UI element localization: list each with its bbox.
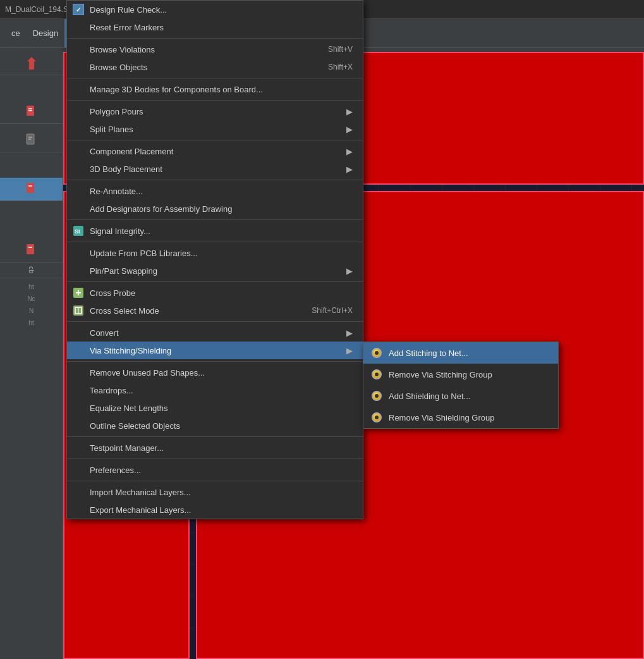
menu-drc-label: Design Rule Check... bbox=[90, 5, 167, 15]
3d-body-placement-arrow: ▶ bbox=[346, 164, 353, 174]
menu-export-mech[interactable]: Export Mechanical Layers... bbox=[67, 501, 363, 519]
via-stitching-arrow: ▶ bbox=[346, 346, 353, 355]
submenu-add-shielding[interactable]: Add Shielding to Net... bbox=[363, 385, 558, 407]
sep5 bbox=[67, 180, 363, 180]
cross-select-shortcut: Shift+Ctrl+X bbox=[312, 306, 353, 315]
submenu-remove-shielding[interactable]: Remove Via Shielding Group bbox=[363, 407, 558, 428]
sidebar-label-ht2: ht bbox=[0, 317, 63, 329]
menu-polygon-pours-label: Polygon Pours bbox=[90, 107, 143, 116]
add-shielding-icon bbox=[370, 389, 384, 403]
sidebar-active-doc-icon[interactable] bbox=[0, 178, 63, 201]
sidebar-spacer bbox=[0, 75, 63, 101]
menu-preferences-label: Preferences... bbox=[90, 465, 141, 475]
sep11 bbox=[67, 436, 363, 437]
menu-pin-part-swap[interactable]: Pin/Part Swapping ▶ bbox=[67, 262, 363, 280]
submenu-remove-stitching[interactable]: Remove Via Stitching Group bbox=[363, 364, 558, 385]
menu-teardrops[interactable]: Teardrops... bbox=[67, 381, 363, 399]
convert-arrow: ▶ bbox=[346, 328, 353, 338]
menu-export-mech-label: Export Mechanical Layers... bbox=[90, 505, 191, 515]
menu-manage-3d[interactable]: Manage 3D Bodies for Components on Board… bbox=[67, 80, 363, 98]
menu-split-planes[interactable]: Split Planes ▶ bbox=[67, 120, 363, 138]
menu-testpoint-label: Testpoint Manager... bbox=[90, 443, 164, 453]
submenu-add-stitching-label: Add Stitching to Net... bbox=[389, 348, 468, 358]
menu-re-annotate[interactable]: Re-Annotate... bbox=[67, 182, 363, 200]
menu-browse-objects[interactable]: Browse Objects Shift+X bbox=[67, 58, 363, 76]
menu-item-ce[interactable]: ce bbox=[5, 19, 27, 47]
sidebar-label-nc: Nc bbox=[0, 293, 63, 305]
signal-integrity-icon: SI bbox=[72, 225, 85, 237]
sidebar-label-n: N bbox=[0, 305, 63, 317]
menu-reset-markers-label: Reset Error Markers bbox=[90, 23, 164, 32]
menu-3d-body-placement[interactable]: 3D Body Placement ▶ bbox=[67, 160, 363, 178]
menu-update-pcb[interactable]: Update From PCB Libraries... bbox=[67, 244, 363, 262]
menu-outline[interactable]: Outline Selected Objects bbox=[67, 417, 363, 434]
sidebar-pin-icon[interactable] bbox=[0, 52, 63, 75]
menu-remove-pads[interactable]: Remove Unused Pad Shapes... bbox=[67, 364, 363, 381]
left-sidebar: cb ht Nc N ht bbox=[0, 52, 63, 659]
polygon-pours-arrow: ▶ bbox=[346, 107, 353, 116]
sep4 bbox=[67, 140, 363, 140]
submenu-remove-stitching-label: Remove Via Stitching Group bbox=[389, 370, 492, 379]
sep6 bbox=[67, 219, 363, 220]
menu-via-stitching-label: Via Stitching/Shielding bbox=[90, 346, 171, 355]
pin-part-swap-arrow: ▶ bbox=[346, 266, 353, 276]
sidebar-doc3-icon[interactable] bbox=[0, 239, 63, 262]
submenu-remove-shielding-label: Remove Via Shielding Group bbox=[389, 413, 494, 422]
sep7 bbox=[67, 242, 363, 242]
menu-signal-integrity[interactable]: SI Signal Integrity... bbox=[67, 222, 363, 240]
svg-text:SI: SI bbox=[75, 228, 80, 235]
sep13 bbox=[67, 481, 363, 481]
sep3 bbox=[67, 100, 363, 101]
sep12 bbox=[67, 459, 363, 459]
menu-outline-label: Outline Selected Objects bbox=[90, 421, 180, 431]
sep9 bbox=[67, 321, 363, 322]
menu-cross-probe[interactable]: Cross Probe bbox=[67, 284, 363, 302]
menu-equalize-nets-label: Equalize Net Lengths bbox=[90, 403, 168, 413]
svg-marker-29 bbox=[27, 57, 36, 70]
sidebar-doc2-icon[interactable] bbox=[0, 129, 63, 152]
sidebar-doc1-icon[interactable] bbox=[0, 101, 63, 124]
remove-stitching-icon bbox=[370, 367, 384, 381]
sep8 bbox=[67, 281, 363, 282]
menu-teardrops-label: Teardrops... bbox=[90, 386, 133, 395]
svg-rect-36 bbox=[27, 183, 34, 193]
menu-convert-label: Convert bbox=[90, 328, 119, 338]
cross-select-icon bbox=[72, 304, 85, 317]
menu-import-mech-label: Import Mechanical Layers... bbox=[90, 488, 191, 497]
submenu-add-stitching[interactable]: Add Stitching to Net... bbox=[363, 342, 558, 364]
drc-icon: ✓ bbox=[72, 3, 85, 16]
menu-polygon-pours[interactable]: Polygon Pours ▶ bbox=[67, 102, 363, 120]
menu-browse-violations[interactable]: Browse Violations Shift+V bbox=[67, 40, 363, 58]
sidebar-label-cb: cb bbox=[0, 262, 63, 278]
menu-drc[interactable]: ✓ Design Rule Check... bbox=[67, 1, 363, 18]
component-placement-arrow: ▶ bbox=[346, 147, 353, 156]
menu-testpoint[interactable]: Testpoint Manager... bbox=[67, 439, 363, 457]
menu-browse-objects-label: Browse Objects bbox=[90, 63, 147, 72]
browse-objects-shortcut: Shift+X bbox=[328, 63, 353, 71]
sidebar-label-ht: ht bbox=[0, 281, 63, 293]
svg-rect-38 bbox=[27, 244, 34, 254]
remove-shielding-icon bbox=[370, 410, 384, 424]
menu-manage-3d-label: Manage 3D Bodies for Components on Board… bbox=[90, 85, 263, 94]
menu-3d-body-placement-label: 3D Body Placement bbox=[90, 164, 162, 174]
menu-reset-markers[interactable]: Reset Error Markers bbox=[67, 18, 363, 36]
menu-split-planes-label: Split Planes bbox=[90, 125, 133, 134]
menu-re-annotate-label: Re-Annotate... bbox=[90, 187, 143, 196]
menu-cross-select[interactable]: Cross Select Mode Shift+Ctrl+X bbox=[67, 302, 363, 319]
menu-via-stitching[interactable]: Via Stitching/Shielding ▶ Add Stitching … bbox=[67, 342, 363, 359]
menu-item-design[interactable]: Design bbox=[27, 19, 64, 47]
menu-component-placement[interactable]: Component Placement ▶ bbox=[67, 142, 363, 160]
menu-remove-pads-label: Remove Unused Pad Shapes... bbox=[90, 368, 205, 378]
add-stitching-icon bbox=[370, 346, 384, 360]
menu-equalize-nets[interactable]: Equalize Net Lengths bbox=[67, 399, 363, 417]
menu-import-mech[interactable]: Import Mechanical Layers... bbox=[67, 483, 363, 501]
menu-pin-part-swap-label: Pin/Part Swapping bbox=[90, 266, 157, 276]
sep1 bbox=[67, 38, 363, 39]
menu-browse-violations-label: Browse Violations bbox=[90, 45, 155, 54]
browse-violations-shortcut: Shift+V bbox=[328, 45, 353, 54]
split-planes-arrow: ▶ bbox=[346, 125, 353, 134]
menu-update-pcb-label: Update From PCB Libraries... bbox=[90, 249, 198, 258]
menu-preferences[interactable]: Preferences... bbox=[67, 461, 363, 479]
menu-add-designators[interactable]: Add Designators for Assembly Drawing bbox=[67, 200, 363, 218]
menu-convert[interactable]: Convert ▶ bbox=[67, 324, 363, 342]
